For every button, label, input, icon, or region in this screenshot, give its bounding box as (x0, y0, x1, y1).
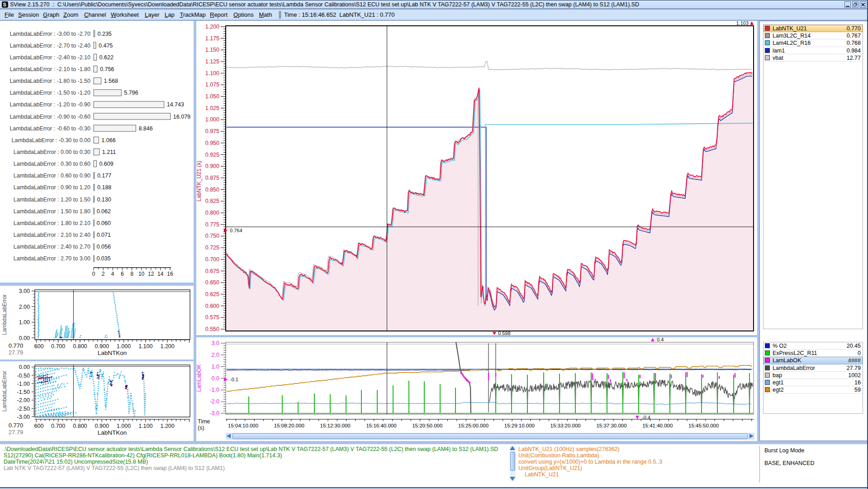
svg-text:0.975: 0.975 (205, 128, 219, 134)
svg-text:1.175: 1.175 (205, 35, 219, 42)
svg-text:0.475: 0.475 (99, 43, 113, 49)
svg-text:LambdaLabError : 2.40 to 2.70: LambdaLabError : 2.40 to 2.70 (14, 244, 90, 250)
svg-text:1.050: 1.050 (205, 93, 219, 100)
svg-text:2.0: 2.0 (212, 352, 219, 358)
svg-text:1.000: 1.000 (117, 423, 131, 429)
svg-text:15:08:20.000: 15:08:20.000 (274, 423, 304, 428)
svg-text:LambdaLabError: LambdaLabError (1, 371, 8, 412)
svg-text:LabNTKon: LabNTKon (98, 350, 127, 356)
svg-text:-1.00: -1.00 (17, 381, 30, 387)
svg-text:15:12:30.000: 15:12:30.000 (320, 423, 351, 428)
svg-text:0: 0 (92, 271, 95, 277)
svg-text:0.598: 0.598 (498, 331, 511, 335)
svg-text:0.775: 0.775 (205, 221, 219, 228)
svg-text:LambdaLabError : -1.50 to -1.2: LambdaLabError : -1.50 to -1.20 (9, 90, 90, 96)
svg-text:0.625: 0.625 (205, 291, 219, 297)
svg-text:LambdaLabError : -1.20 to -0.9: LambdaLabError : -1.20 to -0.90 (9, 101, 90, 108)
svg-text:1.075: 1.075 (205, 82, 219, 88)
svg-text:-1.0: -1.0 (209, 387, 219, 393)
svg-text:600: 600 (34, 343, 44, 350)
svg-text:15:16:40.000: 15:16:40.000 (366, 423, 396, 428)
svg-text:-0.50: -0.50 (17, 373, 30, 379)
svg-text:0.850: 0.850 (205, 187, 219, 193)
svg-text:0.756: 0.756 (100, 66, 114, 72)
svg-text:1.100: 1.100 (205, 70, 219, 77)
svg-text:0.00: 0.00 (19, 335, 30, 341)
svg-text:4: 4 (111, 271, 114, 277)
svg-text:0.925: 0.925 (205, 152, 219, 158)
svg-text:0.056: 0.056 (97, 244, 111, 250)
svg-text:0.071: 0.071 (97, 232, 111, 238)
svg-text:1.00: 1.00 (19, 319, 30, 326)
svg-text:LambdaLabError: LambdaLabError (1, 294, 8, 335)
svg-text:0.875: 0.875 (205, 175, 219, 181)
svg-text:0.4: 0.4 (657, 337, 664, 342)
svg-text:0.770: 0.770 (9, 422, 24, 429)
svg-text:LambdaLabError : -2.10 to -1.8: LambdaLabError : -2.10 to -1.80 (9, 66, 90, 72)
svg-text:0.235: 0.235 (98, 31, 112, 37)
svg-text:LambdaLabError : 0.00 to 0.30: LambdaLabError : 0.00 to 0.30 (14, 149, 90, 155)
svg-text:15:25:00.000: 15:25:00.000 (458, 423, 489, 428)
svg-text:0.177: 0.177 (97, 173, 111, 179)
svg-text:1.200: 1.200 (160, 343, 174, 350)
svg-text:1.000: 1.000 (117, 343, 131, 350)
svg-text:1.100: 1.100 (138, 423, 152, 429)
svg-text:10: 10 (138, 271, 145, 277)
svg-text:15:04:10.000: 15:04:10.000 (228, 423, 258, 428)
svg-text:LamLabOK: LamLabOK (196, 364, 202, 392)
svg-text:-0.1: -0.1 (230, 377, 238, 382)
svg-text:8: 8 (130, 271, 133, 277)
svg-text:0.800: 0.800 (73, 423, 87, 429)
svg-text:0.550: 0.550 (205, 326, 219, 332)
svg-text:0.950: 0.950 (205, 140, 219, 146)
svg-text:1.150: 1.150 (205, 47, 219, 53)
svg-text:LambdaLabError : 0.60 to 0.90: LambdaLabError : 0.60 to 0.90 (14, 173, 90, 179)
svg-text:LambdaLabError : -3.00 to -2.7: LambdaLabError : -3.00 to -2.70 (9, 31, 90, 37)
svg-text:14: 14 (157, 271, 164, 277)
svg-text:Time: Time (198, 418, 210, 425)
svg-text:0.900: 0.900 (205, 163, 219, 169)
svg-text:-2.00: -2.00 (17, 397, 30, 403)
svg-text:LambdaLabError : 2.70 to 3.00: LambdaLabError : 2.70 to 3.00 (14, 255, 90, 262)
svg-text:(s): (s) (198, 425, 204, 431)
svg-text:0.600: 0.600 (205, 303, 219, 309)
svg-text:-3.0: -3.0 (209, 410, 219, 417)
svg-text:0.900: 0.900 (95, 423, 109, 429)
svg-text:LambdaLabError : 1.20 to 1.50: LambdaLabError : 1.20 to 1.50 (14, 197, 90, 203)
svg-text:LambdaLabError : 0.30 to 0.60: LambdaLabError : 0.30 to 0.60 (14, 161, 90, 167)
svg-text:0.0: 0.0 (212, 375, 219, 382)
svg-text:0.060: 0.060 (97, 220, 111, 226)
svg-text:2.00: 2.00 (19, 304, 30, 310)
svg-text:0.800: 0.800 (73, 343, 87, 350)
svg-text:16.079: 16.079 (173, 114, 190, 120)
svg-text:LabNTKon: LabNTKon (98, 429, 127, 436)
svg-text:1.066: 1.066 (101, 137, 115, 144)
svg-text:2: 2 (102, 271, 105, 277)
svg-text:5.796: 5.796 (124, 90, 138, 96)
svg-text:3.0: 3.0 (212, 340, 219, 346)
svg-text:1.211: 1.211 (102, 149, 116, 155)
svg-text:0.575: 0.575 (205, 314, 219, 321)
svg-text:0.00: 0.00 (19, 364, 30, 370)
svg-text:15:41:40.000: 15:41:40.000 (642, 423, 673, 428)
svg-text:0.700: 0.700 (205, 256, 219, 263)
svg-text:0.609: 0.609 (99, 161, 113, 167)
svg-text:15:20:50.000: 15:20:50.000 (412, 423, 442, 428)
svg-text:0.900: 0.900 (95, 343, 109, 350)
svg-text:-3.00: -3.00 (17, 414, 30, 420)
svg-text:0.622: 0.622 (100, 54, 114, 61)
svg-text:0.700: 0.700 (51, 423, 65, 429)
svg-text:0.130: 0.130 (97, 197, 111, 203)
svg-text:16: 16 (167, 271, 173, 277)
svg-text:LabNTK_U21 (λ): LabNTK_U21 (λ) (196, 161, 202, 201)
svg-text:LambdaLabError : 1.50 to 1.80: LambdaLabError : 1.50 to 1.80 (14, 208, 90, 215)
svg-text:6: 6 (121, 271, 124, 277)
svg-text:15:29:10.000: 15:29:10.000 (504, 423, 535, 428)
svg-text:8.846: 8.846 (138, 125, 152, 132)
svg-text:3.00: 3.00 (19, 288, 30, 294)
svg-text:14.743: 14.743 (167, 101, 184, 108)
svg-text:0.675: 0.675 (205, 268, 219, 274)
svg-text:LambdaLabError : -0.90 to -0.6: LambdaLabError : -0.90 to -0.60 (9, 114, 90, 120)
svg-text:0.800: 0.800 (205, 210, 219, 216)
svg-text:0.062: 0.062 (97, 208, 111, 215)
